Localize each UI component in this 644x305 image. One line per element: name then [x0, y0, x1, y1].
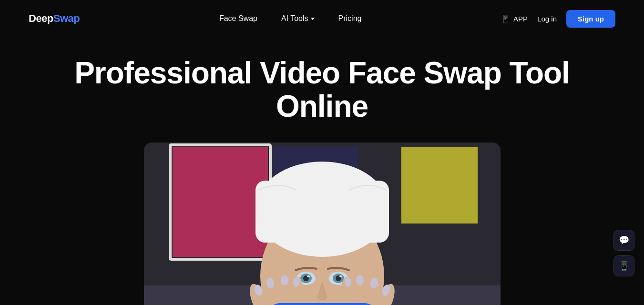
- signup-button[interactable]: Sign up: [566, 10, 615, 28]
- floating-widgets: 💬 📱: [613, 230, 634, 276]
- nav-ai-tools[interactable]: AI Tools: [281, 14, 315, 23]
- nav-links: Face Swap AI Tools Pricing: [219, 14, 362, 23]
- chat-widget-button[interactable]: 💬: [613, 230, 634, 251]
- app-link[interactable]: 📱 APP: [501, 14, 528, 23]
- svg-rect-1: [173, 147, 268, 257]
- brand-logo[interactable]: DeepSwap: [29, 12, 80, 25]
- phone-icon: 📱: [501, 14, 511, 23]
- app-widget-icon: 📱: [619, 261, 629, 271]
- hero-section: Professional Video Face Swap Tool Online: [0, 37, 644, 305]
- chevron-down-icon: [311, 18, 315, 20]
- hero-background-image: [144, 142, 501, 305]
- navbar: DeepSwap Face Swap AI Tools Pricing 📱 AP…: [0, 0, 644, 37]
- svg-rect-10: [256, 181, 389, 243]
- login-button[interactable]: Log in: [537, 15, 557, 23]
- faceswap-now-button[interactable]: Faceswap now →: [267, 303, 377, 305]
- logo-deep: Deep: [29, 12, 53, 24]
- app-widget-button[interactable]: 📱: [613, 255, 634, 276]
- chat-icon: 💬: [619, 235, 629, 245]
- svg-point-17: [307, 275, 310, 277]
- app-label: APP: [513, 15, 528, 23]
- faceswap-button-container: Faceswap now →: [267, 303, 377, 305]
- nav-ai-tools-label: AI Tools: [281, 14, 308, 23]
- hero-title: Professional Video Face Swap Tool Online: [29, 56, 615, 123]
- hero-image-container: Faceswap now →: [144, 142, 501, 305]
- logo-swap: Swap: [53, 12, 80, 24]
- nav-face-swap[interactable]: Face Swap: [219, 14, 257, 23]
- svg-point-35: [356, 275, 364, 285]
- nav-pricing[interactable]: Pricing: [338, 14, 362, 23]
- svg-rect-3: [401, 147, 478, 224]
- svg-point-18: [339, 275, 342, 277]
- svg-point-31: [281, 275, 288, 285]
- navbar-right: 📱 APP Log in Sign up: [501, 10, 615, 28]
